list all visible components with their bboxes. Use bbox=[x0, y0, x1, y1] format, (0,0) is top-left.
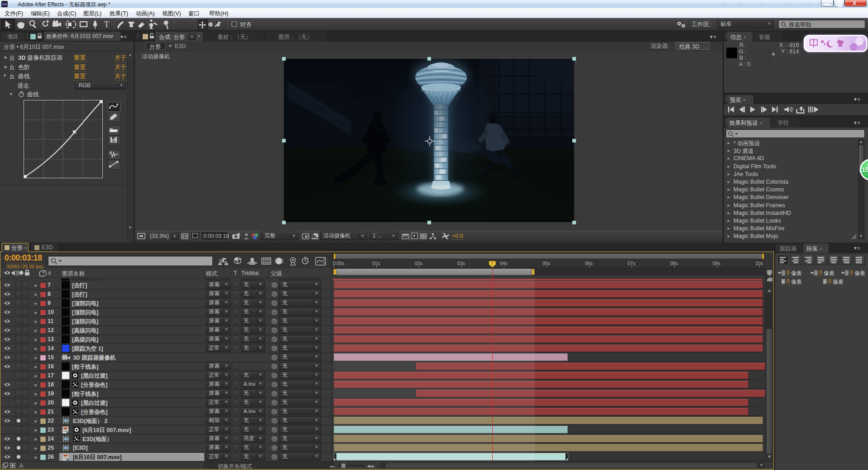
svg-text:#: # bbox=[48, 270, 51, 276]
svg-text:对齐: 对齐 bbox=[240, 21, 252, 28]
svg-text:工作区:: 工作区: bbox=[691, 21, 711, 28]
svg-text:T: T bbox=[104, 20, 109, 29]
